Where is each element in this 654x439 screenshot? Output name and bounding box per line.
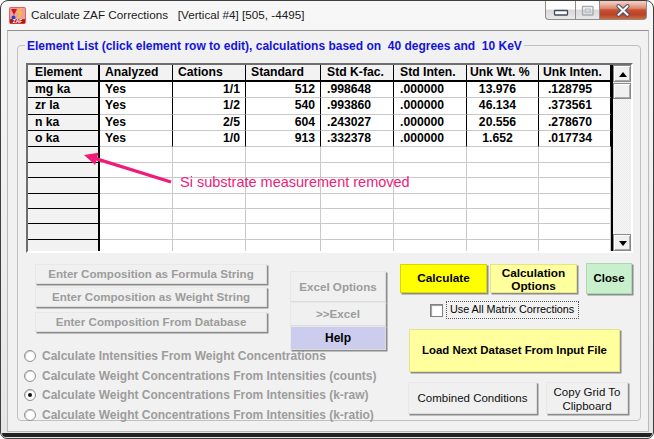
svg-text:ZAF: ZAF [13, 18, 23, 24]
